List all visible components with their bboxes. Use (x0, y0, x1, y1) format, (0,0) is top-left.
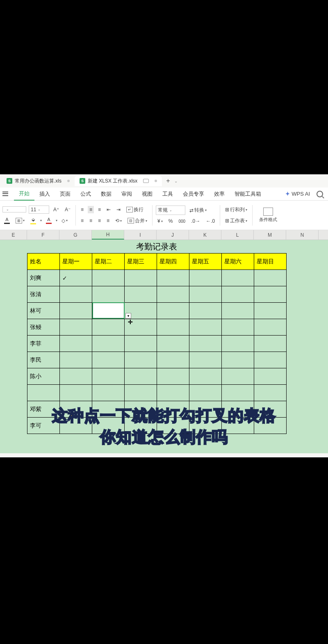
orientation-icon[interactable]: ⟲▾ (114, 217, 123, 224)
table-cell[interactable] (125, 336, 157, 352)
table-cell[interactable] (125, 418, 157, 434)
table-cell[interactable] (60, 385, 92, 401)
menu-item-数据[interactable]: 数据 (96, 188, 116, 200)
table-cell[interactable] (189, 401, 222, 418)
table-cell[interactable] (125, 270, 157, 286)
table-cell[interactable] (157, 418, 189, 434)
currency-icon[interactable]: ¥▾ (156, 217, 164, 225)
table-cell[interactable] (189, 385, 222, 401)
convert-button[interactable]: ⇄ 转换▾ (188, 206, 208, 215)
menu-item-页面[interactable]: 页面 (55, 188, 75, 200)
align-left-icon[interactable]: ≡ (79, 217, 85, 224)
font-family-select[interactable]: ⌄ (2, 206, 26, 212)
table-cell[interactable] (27, 385, 60, 401)
hamburger-menu-icon[interactable] (2, 190, 9, 198)
number-format-select[interactable]: 常规⌄ (156, 206, 185, 215)
indent-decrease-icon[interactable]: ⇤ (105, 206, 112, 213)
wps-ai-button[interactable]: ✦ WPS AI (282, 191, 313, 197)
table-cell[interactable] (157, 385, 189, 401)
rows-cols-button[interactable]: ⊞ 行和列▾ (223, 206, 249, 214)
table-cell[interactable] (254, 385, 287, 401)
spreadsheet-grid[interactable]: 考勤记录表 姓名星期一星期二星期三星期四星期五星期六星期日刘爽✓张清林可张鳗李菲… (0, 240, 328, 453)
table-cell[interactable] (60, 336, 92, 352)
table-cell[interactable] (60, 303, 92, 319)
table-cell[interactable] (92, 336, 125, 352)
table-cell[interactable] (189, 418, 222, 434)
align-bottom-icon[interactable]: ≡ (96, 206, 102, 213)
percent-icon[interactable]: % (167, 217, 175, 225)
table-cell[interactable] (60, 401, 92, 418)
column-header-M[interactable]: M (254, 230, 286, 240)
menu-item-开始[interactable]: 开始 (14, 187, 34, 201)
menu-item-审阅[interactable]: 审阅 (116, 188, 137, 200)
table-cell[interactable]: ✓ (60, 270, 92, 286)
table-cell[interactable] (254, 352, 287, 368)
merge-button[interactable]: ⊟合并▾ (126, 217, 149, 225)
column-header-E[interactable]: E (0, 230, 27, 240)
table-cell[interactable] (92, 401, 125, 418)
table-cell[interactable] (92, 286, 125, 303)
font-color-button[interactable]: A (2, 216, 11, 225)
border-button[interactable]: ⊞▾ (14, 217, 26, 224)
table-cell[interactable] (125, 385, 157, 401)
table-cell[interactable] (157, 336, 189, 352)
table-cell[interactable] (254, 368, 287, 385)
clear-format-button[interactable]: ◇▾ (60, 217, 69, 224)
table-cell[interactable] (222, 319, 254, 336)
menu-item-智能工具箱[interactable]: 智能工具箱 (230, 188, 266, 200)
menu-item-视图[interactable]: 视图 (137, 188, 157, 200)
table-cell[interactable]: 陈小 (27, 368, 60, 385)
decrease-decimal-icon[interactable]: ←.0 (204, 217, 216, 225)
table-cell[interactable] (254, 286, 287, 303)
table-cell[interactable] (254, 336, 287, 352)
table-cell[interactable] (60, 352, 92, 368)
table-cell[interactable]: 李菲 (27, 336, 60, 352)
menu-item-会员专享[interactable]: 会员专享 (178, 188, 209, 200)
table-header[interactable]: 星期四 (157, 253, 189, 270)
menu-item-插入[interactable]: 插入 (34, 188, 55, 200)
align-center-icon[interactable]: ≡ (88, 217, 94, 224)
table-cell[interactable] (92, 319, 125, 336)
table-cell[interactable] (92, 368, 125, 385)
column-header-F[interactable]: F (27, 230, 59, 240)
file-tab-2[interactable]: S 新建 XLSX 工作表.xlsx (75, 176, 162, 186)
table-cell[interactable]: 邓紫 (27, 401, 60, 418)
align-justify-icon[interactable]: ≡ (105, 217, 111, 224)
align-top-icon[interactable]: ≡ (79, 206, 85, 213)
increase-font-button[interactable]: A⁺ (52, 206, 61, 213)
font-size-select[interactable]: 11⌄ (29, 206, 49, 214)
table-cell[interactable] (189, 319, 222, 336)
table-cell[interactable] (157, 270, 189, 286)
table-cell[interactable] (60, 418, 92, 434)
table-cell[interactable] (157, 319, 189, 336)
table-cell[interactable] (222, 270, 254, 286)
table-cell[interactable] (157, 401, 189, 418)
table-cell[interactable] (157, 352, 189, 368)
worksheet-button[interactable]: ⊞ 工作表▾ (223, 217, 249, 225)
conditional-format-button[interactable]: 条件格式 (256, 206, 280, 224)
increase-decimal-icon[interactable]: .0→ (189, 217, 202, 225)
fill-color-button[interactable]: ⬙ (29, 216, 38, 225)
table-cell[interactable] (222, 303, 254, 319)
table-cell[interactable] (189, 286, 222, 303)
column-header-G[interactable]: G (59, 230, 92, 240)
table-cell[interactable] (60, 368, 92, 385)
table-cell[interactable] (222, 352, 254, 368)
table-cell[interactable] (125, 401, 157, 418)
table-cell[interactable] (157, 303, 189, 319)
table-cell[interactable] (222, 286, 254, 303)
table-cell[interactable] (254, 418, 287, 434)
table-cell[interactable] (254, 270, 287, 286)
wrap-text-button[interactable]: ↵换行 (125, 206, 145, 214)
table-cell[interactable] (222, 401, 254, 418)
table-cell[interactable] (157, 368, 189, 385)
table-header[interactable]: 星期五 (189, 253, 222, 270)
table-cell[interactable] (222, 385, 254, 401)
table-cell[interactable] (92, 418, 125, 434)
table-header[interactable]: 姓名 (27, 253, 60, 270)
table-cell[interactable] (222, 336, 254, 352)
table-cell[interactable]: 刘爽 (27, 270, 60, 286)
table-cell[interactable] (125, 352, 157, 368)
column-header-J[interactable]: J (157, 230, 189, 240)
table-cell[interactable] (92, 352, 125, 368)
